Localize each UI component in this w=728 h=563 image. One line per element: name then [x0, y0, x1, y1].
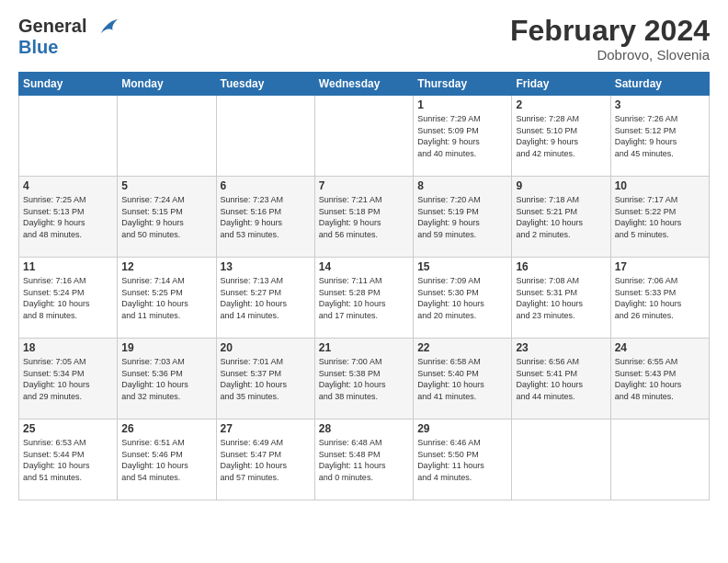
calendar-cell: 25Sunrise: 6:53 AMSunset: 5:44 PMDayligh…: [19, 419, 118, 500]
day-info: Sunrise: 7:21 AMSunset: 5:18 PMDaylight:…: [319, 194, 409, 240]
day-info: Sunrise: 7:25 AMSunset: 5:13 PMDaylight:…: [23, 194, 113, 240]
day-number: 6: [221, 179, 311, 192]
day-number: 24: [615, 341, 705, 354]
calendar-cell: [512, 419, 610, 500]
day-info: Sunrise: 7:18 AMSunset: 5:21 PMDaylight:…: [516, 194, 606, 240]
calendar-cell: 2Sunrise: 7:28 AMSunset: 5:10 PMDaylight…: [512, 96, 610, 177]
calendar-cell: 8Sunrise: 7:20 AMSunset: 5:19 PMDaylight…: [414, 177, 512, 258]
calendar-cell: 1Sunrise: 7:29 AMSunset: 5:09 PMDaylight…: [414, 96, 512, 177]
day-number: 13: [221, 260, 311, 273]
col-saturday: Saturday: [610, 73, 709, 96]
day-info: Sunrise: 7:11 AMSunset: 5:28 PMDaylight:…: [319, 275, 409, 321]
calendar-cell: 6Sunrise: 7:23 AMSunset: 5:16 PMDaylight…: [216, 177, 314, 258]
week-row-1: 1Sunrise: 7:29 AMSunset: 5:09 PMDaylight…: [19, 96, 710, 177]
logo-bird-icon: [94, 15, 119, 40]
day-info: Sunrise: 6:51 AMSunset: 5:46 PMDaylight:…: [121, 437, 211, 483]
title-block: February 2024 Dobrovo, Slovenia: [510, 15, 710, 63]
calendar-cell: 9Sunrise: 7:18 AMSunset: 5:21 PMDaylight…: [512, 177, 610, 258]
day-info: Sunrise: 7:28 AMSunset: 5:10 PMDaylight:…: [516, 113, 606, 159]
day-number: 12: [121, 260, 211, 273]
day-number: 17: [615, 260, 705, 273]
day-info: Sunrise: 6:49 AMSunset: 5:47 PMDaylight:…: [221, 437, 311, 483]
day-number: 29: [417, 422, 507, 435]
day-number: 11: [23, 260, 113, 273]
week-row-5: 25Sunrise: 6:53 AMSunset: 5:44 PMDayligh…: [19, 419, 710, 500]
calendar-cell: 29Sunrise: 6:46 AMSunset: 5:50 PMDayligh…: [414, 419, 512, 500]
day-number: 3: [615, 98, 705, 111]
day-number: 26: [121, 422, 211, 435]
day-number: 8: [417, 179, 507, 192]
day-info: Sunrise: 6:55 AMSunset: 5:43 PMDaylight:…: [615, 356, 705, 402]
calendar-cell: 19Sunrise: 7:03 AMSunset: 5:36 PMDayligh…: [118, 339, 216, 419]
day-number: 4: [23, 179, 113, 192]
day-number: 22: [417, 341, 507, 354]
day-number: 14: [319, 260, 409, 273]
day-info: Sunrise: 7:20 AMSunset: 5:19 PMDaylight:…: [417, 194, 507, 240]
calendar-cell: 26Sunrise: 6:51 AMSunset: 5:46 PMDayligh…: [118, 419, 216, 500]
calendar-cell: 22Sunrise: 6:58 AMSunset: 5:40 PMDayligh…: [414, 339, 512, 419]
col-monday: Monday: [118, 73, 216, 96]
calendar-cell: 11Sunrise: 7:16 AMSunset: 5:24 PMDayligh…: [19, 258, 118, 339]
col-tuesday: Tuesday: [216, 73, 314, 96]
week-row-3: 11Sunrise: 7:16 AMSunset: 5:24 PMDayligh…: [19, 258, 710, 339]
logo: General Blue: [18, 15, 119, 58]
week-row-4: 18Sunrise: 7:05 AMSunset: 5:34 PMDayligh…: [19, 339, 710, 419]
header: General Blue February 2024 Dobrovo, Slov…: [18, 15, 710, 63]
day-number: 10: [615, 179, 705, 192]
calendar-cell: 16Sunrise: 7:08 AMSunset: 5:31 PMDayligh…: [512, 258, 610, 339]
calendar-cell: [610, 419, 709, 500]
day-number: 16: [516, 260, 606, 273]
calendar-cell: 12Sunrise: 7:14 AMSunset: 5:25 PMDayligh…: [118, 258, 216, 339]
col-sunday: Sunday: [19, 73, 118, 96]
day-number: 9: [516, 179, 606, 192]
col-thursday: Thursday: [414, 73, 512, 96]
calendar-cell: 21Sunrise: 7:00 AMSunset: 5:38 PMDayligh…: [314, 339, 413, 419]
day-info: Sunrise: 7:01 AMSunset: 5:37 PMDaylight:…: [221, 356, 311, 402]
day-number: 1: [417, 98, 507, 111]
calendar-table: Sunday Monday Tuesday Wednesday Thursday…: [18, 72, 710, 500]
calendar-cell: 20Sunrise: 7:01 AMSunset: 5:37 PMDayligh…: [216, 339, 314, 419]
calendar-cell: [216, 96, 314, 177]
day-info: Sunrise: 7:14 AMSunset: 5:25 PMDaylight:…: [121, 275, 211, 321]
day-number: 20: [221, 341, 311, 354]
calendar-cell: [118, 96, 216, 177]
day-number: 2: [516, 98, 606, 111]
day-info: Sunrise: 6:53 AMSunset: 5:44 PMDaylight:…: [23, 437, 113, 483]
location: Dobrovo, Slovenia: [510, 47, 710, 63]
calendar-cell: 24Sunrise: 6:55 AMSunset: 5:43 PMDayligh…: [610, 339, 709, 419]
calendar-cell: 14Sunrise: 7:11 AMSunset: 5:28 PMDayligh…: [314, 258, 413, 339]
day-info: Sunrise: 7:23 AMSunset: 5:16 PMDaylight:…: [221, 194, 311, 240]
day-number: 5: [121, 179, 211, 192]
col-friday: Friday: [512, 73, 610, 96]
day-info: Sunrise: 6:48 AMSunset: 5:48 PMDaylight:…: [319, 437, 409, 483]
day-number: 27: [221, 422, 311, 435]
day-number: 21: [319, 341, 409, 354]
day-info: Sunrise: 6:46 AMSunset: 5:50 PMDaylight:…: [417, 437, 507, 483]
day-info: Sunrise: 7:09 AMSunset: 5:30 PMDaylight:…: [417, 275, 507, 321]
day-info: Sunrise: 6:58 AMSunset: 5:40 PMDaylight:…: [417, 356, 507, 402]
calendar-cell: 10Sunrise: 7:17 AMSunset: 5:22 PMDayligh…: [610, 177, 709, 258]
col-wednesday: Wednesday: [314, 73, 413, 96]
calendar-cell: 18Sunrise: 7:05 AMSunset: 5:34 PMDayligh…: [19, 339, 118, 419]
week-row-2: 4Sunrise: 7:25 AMSunset: 5:13 PMDaylight…: [19, 177, 710, 258]
logo-general: General: [18, 16, 86, 36]
day-info: Sunrise: 7:03 AMSunset: 5:36 PMDaylight:…: [121, 356, 211, 402]
day-info: Sunrise: 7:24 AMSunset: 5:15 PMDaylight:…: [121, 194, 211, 240]
calendar-cell: 13Sunrise: 7:13 AMSunset: 5:27 PMDayligh…: [216, 258, 314, 339]
day-number: 15: [417, 260, 507, 273]
calendar-cell: 27Sunrise: 6:49 AMSunset: 5:47 PMDayligh…: [216, 419, 314, 500]
calendar-cell: 3Sunrise: 7:26 AMSunset: 5:12 PMDaylight…: [610, 96, 709, 177]
day-info: Sunrise: 7:13 AMSunset: 5:27 PMDaylight:…: [221, 275, 311, 321]
day-number: 23: [516, 341, 606, 354]
day-number: 19: [121, 341, 211, 354]
day-info: Sunrise: 7:06 AMSunset: 5:33 PMDaylight:…: [615, 275, 705, 321]
day-info: Sunrise: 7:17 AMSunset: 5:22 PMDaylight:…: [615, 194, 705, 240]
day-number: 25: [23, 422, 113, 435]
page: General Blue February 2024 Dobrovo, Slov…: [0, 0, 728, 510]
day-number: 7: [319, 179, 409, 192]
header-row: Sunday Monday Tuesday Wednesday Thursday…: [19, 73, 710, 96]
day-info: Sunrise: 7:00 AMSunset: 5:38 PMDaylight:…: [319, 356, 409, 402]
day-number: 18: [23, 341, 113, 354]
calendar-cell: [19, 96, 118, 177]
day-info: Sunrise: 7:29 AMSunset: 5:09 PMDaylight:…: [417, 113, 507, 159]
